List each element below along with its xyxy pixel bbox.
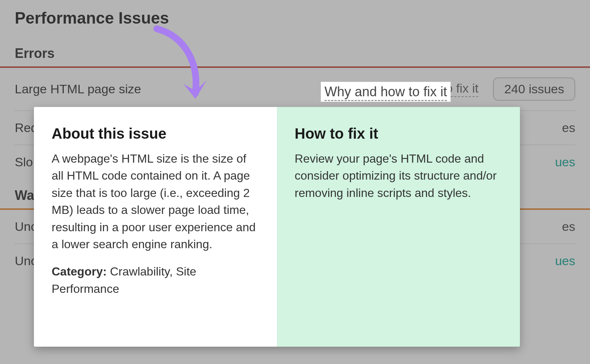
category-line: Category: Crawlability, Site Performance: [52, 263, 259, 297]
fix-body: Review your page's HTML code and conside…: [295, 150, 502, 201]
issue-trailing-fragment: ues: [555, 254, 575, 268]
why-and-how-link[interactable]: Why and how to fix it: [324, 84, 447, 101]
issue-trailing-fragment: es: [562, 121, 575, 135]
issue-actions: es: [562, 121, 575, 135]
issue-trailing-fragment: es: [562, 219, 575, 234]
about-body: A webpage's HTML size is the size of all…: [52, 150, 259, 253]
issue-row: Large HTML page size Why and how to fix …: [15, 68, 575, 111]
why-link-highlighted[interactable]: Why and how to fix it: [321, 82, 451, 102]
tooltip-fix-panel: How to fix it Review your page's HTML co…: [277, 107, 520, 347]
issue-name: Large HTML page size: [15, 82, 363, 96]
issue-help-tooltip: About this issue A webpage's HTML size i…: [34, 107, 520, 347]
errors-section-heading: Errors: [15, 46, 575, 61]
fix-heading: How to fix it: [295, 125, 502, 142]
issue-actions: es: [562, 219, 575, 234]
issue-count-button[interactable]: 240 issues: [493, 77, 575, 101]
tooltip-about-panel: About this issue A webpage's HTML size i…: [34, 107, 277, 347]
issue-actions: ues: [555, 254, 575, 268]
page-title: Performance Issues: [15, 9, 575, 27]
issue-actions: ues: [555, 155, 575, 169]
issue-trailing-fragment: ues: [555, 155, 575, 169]
about-heading: About this issue: [52, 125, 259, 142]
category-label: Category:: [52, 265, 107, 278]
